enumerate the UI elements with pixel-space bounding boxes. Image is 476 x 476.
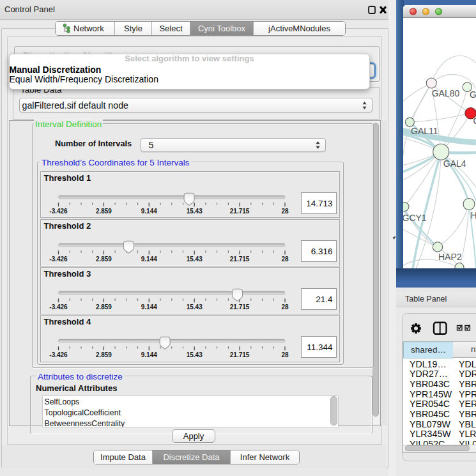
svg-text:GAL4: GAL4: [443, 158, 466, 169]
svg-text:28: 28: [281, 303, 289, 311]
svg-text:2.859: 2.859: [96, 208, 112, 215]
svg-text:GA: GA: [470, 89, 476, 100]
svg-text:GAL11: GAL11: [411, 126, 438, 136]
svg-text:21.715: 21.715: [230, 208, 250, 215]
svg-text:28: 28: [281, 351, 289, 358]
svg-text:-3.426: -3.426: [49, 303, 68, 311]
svg-text:GCY1: GCY1: [403, 213, 427, 223]
svg-text:9.144: 9.144: [141, 208, 157, 215]
svg-text:-3.426: -3.426: [49, 208, 68, 215]
svg-text:28: 28: [281, 208, 289, 215]
svg-text:2.859: 2.859: [96, 256, 112, 263]
svg-text:H: H: [471, 210, 476, 220]
svg-text:9.144: 9.144: [141, 303, 157, 311]
svg-text:9.144: 9.144: [141, 351, 157, 358]
svg-text:28: 28: [281, 256, 289, 263]
svg-text:HAP2: HAP2: [438, 252, 462, 262]
svg-text:C: C: [473, 116, 476, 126]
svg-text:GAL80: GAL80: [432, 88, 460, 98]
svg-text:21.715: 21.715: [230, 351, 250, 358]
svg-text:2.859: 2.859: [96, 351, 112, 358]
svg-text:15.43: 15.43: [187, 208, 203, 215]
svg-text:-3.426: -3.426: [49, 256, 68, 263]
svg-text:21.715: 21.715: [230, 303, 250, 311]
svg-text:-3.426: -3.426: [49, 351, 68, 358]
svg-text:2.859: 2.859: [96, 303, 112, 311]
svg-text:15.43: 15.43: [187, 256, 203, 263]
svg-text:21.715: 21.715: [230, 256, 250, 263]
svg-text:9.144: 9.144: [141, 256, 157, 263]
svg-text:15.43: 15.43: [187, 303, 203, 311]
svg-text:15.43: 15.43: [187, 351, 203, 358]
